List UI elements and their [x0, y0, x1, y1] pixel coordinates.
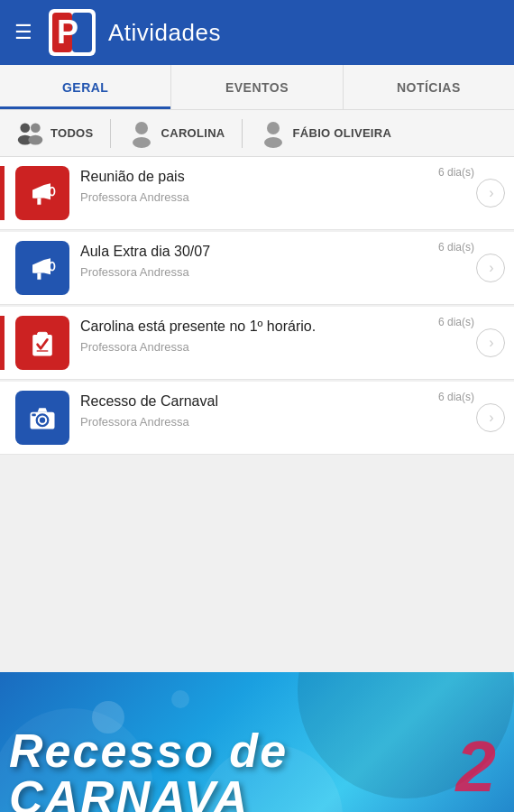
tab-eventos[interactable]: EVENTOS: [171, 65, 343, 109]
feed-icon-4: [15, 391, 69, 445]
feed-content-3: 6 dia(s) Carolina está presente no 1º ho…: [80, 316, 503, 354]
filter-todos-label: TODOS: [50, 126, 94, 140]
accent-bar-2: [0, 241, 5, 295]
carolina-icon: [127, 119, 156, 148]
feed-item-2: 6 dia(s) Aula Extra dia 30/07 Professora…: [0, 232, 514, 305]
tab-noticias[interactable]: NOTÍCIAS: [344, 65, 514, 109]
feed-sub-4: Professora Andressa: [80, 415, 503, 429]
feed-sub-2: Professora Andressa: [80, 265, 503, 279]
feed-time-1: 6 dia(s): [438, 166, 474, 179]
feed-sub-1: Professora Andressa: [80, 190, 503, 204]
banner-background: Recesso deCARNAVA 2: [0, 672, 514, 812]
tab-bar: GERAL EVENTOS NOTÍCIAS: [0, 65, 514, 110]
filter-divider-1: [110, 119, 111, 148]
feed-icon-3: [15, 316, 69, 370]
camera-icon: [26, 401, 59, 434]
chevron-btn-3[interactable]: ›: [476, 328, 505, 357]
tab-geral[interactable]: GERAL: [0, 65, 171, 109]
megaphone-icon-1: [26, 177, 59, 209]
svg-point-5: [31, 123, 41, 133]
svg-rect-16: [38, 332, 48, 337]
fabio-icon: [259, 119, 288, 148]
filter-bar: TODOS CAROLINA FÁBIO OLIVEIRA: [0, 110, 514, 157]
svg-rect-11: [32, 189, 37, 198]
feed-icon-2: [15, 241, 69, 295]
chevron-btn-4[interactable]: ›: [476, 403, 505, 432]
svg-rect-21: [32, 414, 36, 417]
feed-content-1: 6 dia(s) Reunião de pais Professora Andr…: [80, 166, 503, 204]
feed-list: 6 dia(s) Reunião de pais Professora Andr…: [0, 157, 514, 455]
filter-fabio[interactable]: FÁBIO OLIVEIRA: [252, 115, 399, 152]
svg-point-10: [264, 137, 282, 148]
feed-content-2: 6 dia(s) Aula Extra dia 30/07 Professora…: [80, 241, 503, 279]
clipboard-icon: [26, 327, 59, 359]
svg-point-6: [28, 134, 42, 144]
bottom-banner: Recesso deCARNAVA 2: [0, 672, 514, 812]
feed-item-3: 6 dia(s) Carolina está presente no 1º ho…: [0, 307, 514, 380]
page-title: Atividades: [108, 19, 221, 47]
chevron-btn-1[interactable]: ›: [476, 179, 505, 208]
feed-time-3: 6 dia(s): [438, 316, 474, 328]
svg-point-12: [50, 188, 54, 196]
accent-bar-1: [0, 166, 5, 220]
svg-rect-13: [32, 264, 37, 272]
menu-icon[interactable]: ☰: [11, 17, 36, 48]
app-header: ☰ P Atividades: [0, 0, 514, 65]
all-users-icon: [16, 119, 45, 148]
svg-point-8: [133, 137, 151, 148]
feed-time-4: 6 dia(s): [438, 391, 474, 403]
svg-text:P: P: [57, 14, 78, 51]
svg-point-9: [267, 122, 280, 134]
feed-time-2: 6 dia(s): [438, 241, 474, 254]
banner-text: Recesso deCARNAVA: [9, 727, 288, 812]
feed-icon-1: [15, 166, 69, 220]
megaphone-icon-2: [26, 252, 59, 284]
svg-point-20: [40, 418, 45, 423]
accent-bar-4: [0, 391, 5, 445]
svg-point-7: [135, 122, 148, 134]
feed-item-1: 6 dia(s) Reunião de pais Professora Andr…: [0, 157, 514, 230]
app-logo: P: [49, 9, 96, 56]
feed-content-4: 6 dia(s) Recesso de Carnaval Professora …: [80, 391, 503, 429]
filter-fabio-label: FÁBIO OLIVEIRA: [293, 126, 392, 140]
svg-point-14: [50, 263, 54, 271]
feed-sub-3: Professora Andressa: [80, 340, 503, 354]
filter-divider-2: [242, 119, 243, 148]
filter-todos[interactable]: TODOS: [9, 115, 101, 152]
accent-bar-3: [0, 316, 5, 370]
feed-item-4: 6 dia(s) Recesso de Carnaval Professora …: [0, 382, 514, 455]
svg-point-26: [171, 690, 189, 708]
chevron-btn-2[interactable]: ›: [476, 254, 505, 282]
filter-carolina-label: CAROLINA: [161, 126, 225, 140]
svg-point-3: [20, 123, 30, 133]
banner-number: 2: [456, 731, 497, 803]
filter-carolina[interactable]: CAROLINA: [120, 115, 233, 152]
